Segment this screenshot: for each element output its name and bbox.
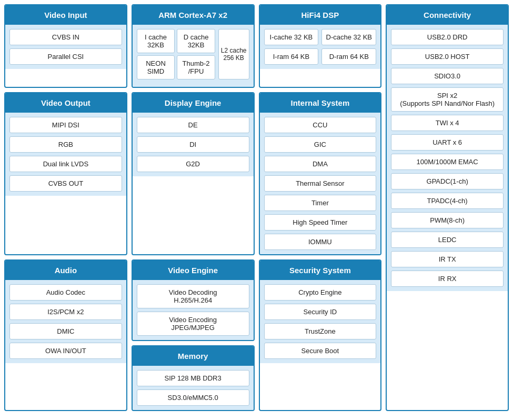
list-item: TWI x 4 [391,115,504,131]
video-input-block: Video Input CVBS IN Parallel CSI [4,4,127,88]
security-system-header: Security System [260,261,381,280]
list-item: Video DecodingH.265/H.264 [137,284,249,308]
list-item: SDIO3.0 [391,68,504,84]
list-item: RGB [9,136,122,153]
list-item: IR TX [391,251,504,267]
list-item: D cache32KB [177,29,215,53]
list-item: Video EncodingJPEG/MJPEG [137,312,249,336]
list-item: USB2.0 DRD [391,29,504,45]
list-item: CVBS IN [9,29,122,45]
list-item: Secure Boot [264,343,377,359]
list-item: UART x 6 [391,134,504,151]
list-item: High Speed Timer [264,214,377,231]
video-engine-items: Video DecodingH.265/H.264 Video Encoding… [133,280,254,340]
list-item: USB2.0 HOST [391,48,504,65]
audio-block: Audio Audio Codec I2S/PCM x2 DMIC OWA IN… [4,259,127,411]
list-item: I-ram 64 KB [264,48,319,65]
list-item: SD3.0/eMMC5.0 [137,389,249,406]
list-item: TrustZone [264,323,377,339]
audio-items: Audio Codec I2S/PCM x2 DMIC OWA IN/OUT [5,280,126,363]
list-item: 100M/1000M EMAC [391,154,504,170]
list-item: DE [137,117,249,133]
list-item: GIC [264,136,377,153]
hifi4-header: HiFi4 DSP [260,5,381,25]
video-output-block: Video Output MIPI DSI RGB Dual link LVDS… [4,92,127,255]
arm-inner: I cache32KB D cache32KB NEONSIMD Thumb-2… [133,25,254,87]
list-item: Thermal Sensor [264,175,377,192]
main-grid: Video Input CVBS IN Parallel CSI ARM Cor… [4,4,509,411]
audio-header: Audio [5,261,126,280]
arm-top-row: I cache32KB D cache32KB NEONSIMD Thumb-2… [137,29,249,79]
list-item: TPADC(4-ch) [391,193,504,209]
video-engine-header: Video Engine [133,261,254,280]
video-input-items: CVBS IN Parallel CSI [5,25,126,69]
list-item: Parallel CSI [9,48,122,65]
internal-system-header: Internal System [260,93,381,113]
internal-system-items: CCU GIC DMA Thermal Sensor Timer High Sp… [260,113,381,254]
list-item: I-cache 32 KB [264,29,319,45]
col2-stack: Video Engine Video DecodingH.265/H.264 V… [132,259,255,411]
display-engine-block: Display Engine DE DI G2D [132,92,255,255]
video-engine-block: Video Engine Video DecodingH.265/H.264 V… [132,259,255,341]
list-item: Dual link LVDS [9,156,122,172]
list-item: IOMMU [264,234,377,250]
list-item: SPI x2(Supports SPI Nand/Nor Flash) [391,87,504,112]
connectivity-items: USB2.0 DRD USB2.0 HOST SDIO3.0 SPI x2(Su… [387,25,508,291]
memory-header: Memory [133,346,254,366]
list-item: D-ram 64 KB [321,48,376,65]
hifi4-items: I-cache 32 KB D-cache 32 KB I-ram 64 KB … [260,25,381,69]
memory-block: Memory SIP 128 MB DDR3 SD3.0/eMMC5.0 [132,345,255,411]
connectivity-header: Connectivity [387,5,508,25]
list-item: Thumb-2/FPU [177,55,215,79]
list-item: G2D [137,156,249,172]
list-item: CCU [264,117,377,133]
memory-items: SIP 128 MB DDR3 SD3.0/eMMC5.0 [133,366,254,410]
list-item: PWM(8-ch) [391,212,504,228]
list-item: Crypto Engine [264,284,377,301]
list-item: NEONSIMD [137,55,175,79]
video-input-header: Video Input [5,5,126,25]
display-engine-header: Display Engine [133,93,254,113]
list-item: GPADC(1-ch) [391,173,504,189]
list-item: I2S/PCM x2 [9,304,122,320]
security-system-block: Security System Crypto Engine Security I… [259,259,382,411]
arm-cortex-header: ARM Cortex-A7 x2 [133,5,254,25]
arm-cache-group: I cache32KB D cache32KB NEONSIMD Thumb-2… [137,29,215,79]
list-item: D-cache 32 KB [321,29,376,45]
list-item: I cache32KB [137,29,175,53]
list-item: LEDC [391,232,504,248]
list-item: SIP 128 MB DDR3 [137,370,249,386]
arm-cortex-block: ARM Cortex-A7 x2 I cache32KB D cache32KB… [132,4,255,88]
hifi4-block: HiFi4 DSP I-cache 32 KB D-cache 32 KB I-… [259,4,382,88]
list-item: MIPI DSI [9,117,122,133]
list-item: IR RX [391,271,504,287]
list-item: DI [137,136,249,153]
list-item: Audio Codec [9,284,122,301]
arm-l2-cache: L2 cache256 KB [218,29,249,79]
security-system-items: Crypto Engine Security ID TrustZone Secu… [260,280,381,363]
list-item: DMA [264,156,377,172]
display-engine-items: DE DI G2D [133,113,254,176]
list-item: Security ID [264,304,377,320]
video-output-items: MIPI DSI RGB Dual link LVDS CVBS OUT [5,113,126,196]
list-item: DMIC [9,323,122,339]
video-output-header: Video Output [5,93,126,113]
internal-system-block: Internal System CCU GIC DMA Thermal Sens… [259,92,382,255]
list-item: CVBS OUT [9,175,122,192]
list-item: OWA IN/OUT [9,343,122,359]
connectivity-block: Connectivity USB2.0 DRD USB2.0 HOST SDIO… [386,4,509,411]
list-item: Timer [264,195,377,211]
